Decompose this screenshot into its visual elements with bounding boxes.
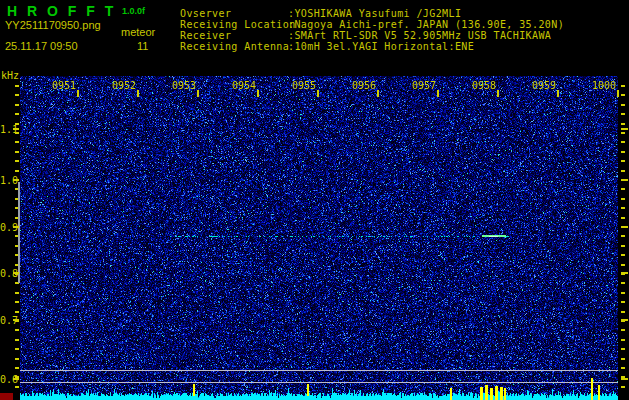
freq-label: 0.6 bbox=[0, 374, 13, 385]
time-tick bbox=[257, 90, 259, 97]
time-tick bbox=[557, 90, 559, 97]
freq-major-tick-right bbox=[621, 226, 628, 228]
output-filename: YY2511170950.png bbox=[5, 19, 101, 31]
observation-datetime: 25.11.17 09:50 bbox=[5, 40, 78, 52]
freq-label: 0.9 bbox=[0, 222, 13, 233]
info-value: :Nagoya Aichi-pref. JAPAN (136.90E, 35.2… bbox=[288, 19, 564, 30]
info-value: :SMArt RTL-SDR V5 52.905MHz USB TACHIKAW… bbox=[288, 30, 551, 41]
time-tick bbox=[437, 90, 439, 97]
time-label: 0955 bbox=[292, 80, 316, 91]
station-info: Ovserver:YOSHIKAWA Yasufumi /JG2MLI Rece… bbox=[180, 8, 564, 52]
app-version: 1.0.0f bbox=[122, 6, 145, 16]
freq-major-tick-left bbox=[13, 179, 19, 181]
time-label: 0956 bbox=[352, 80, 376, 91]
info-row-receiver: Receiver:SMArt RTL-SDR V5 52.905MHz USB … bbox=[180, 30, 564, 41]
info-row-observer: Ovserver:YOSHIKAWA Yasufumi /JG2MLI bbox=[180, 8, 564, 19]
time-tick bbox=[377, 90, 379, 97]
hrofft-screen: H R O F F T 1.0.0f YY2511170950.png mete… bbox=[0, 0, 629, 400]
meteor-count: 11 bbox=[137, 40, 148, 52]
freq-major-tick-right bbox=[621, 272, 628, 274]
freq-unit-label: kHz bbox=[1, 70, 19, 81]
time-label: 0954 bbox=[232, 80, 256, 91]
spectrogram-canvas bbox=[20, 76, 618, 400]
freq-major-tick-right bbox=[621, 179, 628, 181]
gray-marker-line bbox=[18, 182, 20, 283]
freq-major-tick-left bbox=[13, 319, 19, 321]
time-label: 0953 bbox=[172, 80, 196, 91]
freq-major-tick-right bbox=[621, 378, 628, 380]
freq-label: 0.7 bbox=[0, 315, 13, 326]
time-tick bbox=[137, 90, 139, 97]
freq-label: 1.1 bbox=[0, 124, 13, 135]
time-tick bbox=[77, 90, 79, 97]
time-tick bbox=[497, 90, 499, 97]
info-value: :10mH 3el.YAGI Horizontal:ENE bbox=[288, 41, 474, 52]
freq-major-tick-right bbox=[621, 128, 628, 130]
time-label: 0957 bbox=[412, 80, 436, 91]
freq-major-tick-left bbox=[13, 378, 19, 380]
time-tick bbox=[197, 90, 199, 97]
freq-minor-ticks-right bbox=[621, 85, 625, 390]
freq-major-tick-left bbox=[13, 272, 19, 274]
time-label: 0958 bbox=[472, 80, 496, 91]
time-label: 0952 bbox=[112, 80, 136, 91]
info-label: Ovserver bbox=[180, 8, 288, 19]
mode-label: meteor bbox=[121, 26, 155, 38]
freq-label: 0.8 bbox=[0, 268, 13, 279]
red-level-block bbox=[0, 393, 13, 400]
info-row-location: Receiving Location:Nagoya Aichi-pref. JA… bbox=[180, 19, 564, 30]
freq-label: 1.0 bbox=[0, 175, 13, 186]
info-label: Receiver bbox=[180, 30, 288, 41]
info-row-antenna: Receiving Antenna:10mH 3el.YAGI Horizont… bbox=[180, 41, 564, 52]
time-label: 0951 bbox=[52, 80, 76, 91]
freq-major-tick-left bbox=[13, 226, 19, 228]
time-tick bbox=[317, 90, 319, 97]
time-label: 1000 bbox=[592, 80, 616, 91]
info-value: :YOSHIKAWA Yasufumi /JG2MLI bbox=[288, 8, 461, 19]
freq-major-tick-left bbox=[13, 128, 19, 130]
time-tick bbox=[617, 90, 619, 97]
freq-major-tick-right bbox=[621, 319, 628, 321]
app-title: H R O F F T bbox=[7, 3, 116, 19]
info-label: Receiving Antenna bbox=[180, 41, 288, 52]
time-label: 0959 bbox=[532, 80, 556, 91]
info-label: Receiving Location bbox=[180, 19, 288, 30]
